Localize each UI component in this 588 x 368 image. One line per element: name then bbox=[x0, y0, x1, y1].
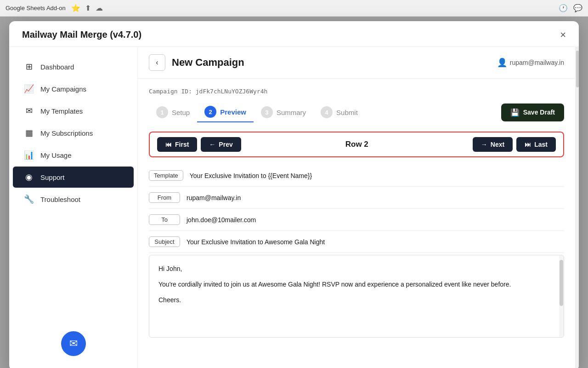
dashboard-icon: ⊞ bbox=[24, 62, 34, 72]
step-label-preview: Preview bbox=[220, 108, 246, 116]
browser-icons: ⭐ ⬆ ☁ bbox=[71, 4, 103, 12]
modal-header: Mailway Mail Merge (v4.7.0) × bbox=[9, 21, 579, 47]
content-header-left: ‹ New Campaign bbox=[149, 54, 244, 71]
modal: Mailway Mail Merge (v4.7.0) × ⊞ Dashboar… bbox=[9, 21, 579, 368]
sidebar-label-my-templates: My Templates bbox=[40, 107, 83, 115]
sidebar-item-my-campaigns[interactable]: 📈 My Campaigns bbox=[13, 78, 134, 99]
prev-icon: ← bbox=[209, 141, 215, 148]
sidebar-label-my-subscriptions: My Subscriptions bbox=[40, 129, 93, 137]
support-icon: ◉ bbox=[24, 172, 34, 182]
upload-icon[interactable]: ⬆ bbox=[85, 4, 91, 12]
email-line2: You're cordially invited to join us at A… bbox=[158, 279, 554, 290]
save-icon: 💾 bbox=[510, 108, 520, 117]
email-line3: Cheers. bbox=[158, 295, 554, 306]
next-button[interactable]: → Next bbox=[473, 137, 513, 152]
step-circle-preview: 2 bbox=[204, 106, 216, 118]
back-button[interactable]: ‹ bbox=[149, 54, 165, 71]
main-scrollbar[interactable] bbox=[575, 47, 579, 368]
main-content: ‹ New Campaign 👤 rupam@mailway.in Campai… bbox=[138, 47, 575, 368]
user-icon: 👤 bbox=[497, 58, 507, 68]
sidebar-label-support: Support bbox=[40, 173, 65, 181]
step-setup[interactable]: 1 Setup bbox=[149, 103, 197, 122]
close-button[interactable]: × bbox=[560, 30, 566, 40]
last-label: Last bbox=[534, 141, 548, 148]
usage-icon: 📊 bbox=[24, 150, 34, 160]
subject-field-row: Subject Your Exclusive Invitation to Awe… bbox=[149, 231, 564, 253]
last-button[interactable]: ⏭ Last bbox=[516, 137, 556, 152]
step-summary[interactable]: 3 Summary bbox=[254, 103, 313, 122]
to-field-row: To john.doe@10mailer.com bbox=[149, 209, 564, 231]
browser-bar: Google Sheets Add-on ⭐ ⬆ ☁ 🕐 💬 bbox=[0, 0, 588, 17]
template-field-row: Template Your Exclusive Invitation to {{… bbox=[149, 165, 564, 187]
step-circle-summary: 3 bbox=[261, 106, 273, 118]
first-label: First bbox=[175, 141, 189, 148]
sidebar-item-dashboard[interactable]: ⊞ Dashboard bbox=[13, 56, 134, 77]
modal-title: Mailway Mail Merge (v4.7.0) bbox=[22, 29, 141, 40]
sidebar-label-dashboard: Dashboard bbox=[40, 63, 74, 71]
sidebar-item-my-templates[interactable]: ✉ My Templates bbox=[13, 100, 134, 121]
save-draft-label: Save Draft bbox=[523, 109, 555, 116]
first-button[interactable]: ⏮ First bbox=[157, 137, 197, 152]
template-value: Your Exclusive Invitation to {{Event Nam… bbox=[190, 172, 312, 179]
user-email: rupam@mailway.in bbox=[510, 59, 564, 66]
prev-button[interactable]: ← Prev bbox=[201, 137, 241, 152]
templates-icon: ✉ bbox=[24, 106, 34, 116]
history-icon[interactable]: 🕐 bbox=[559, 4, 568, 12]
subject-badge: Subject bbox=[149, 236, 180, 247]
step-label-submit: Submit bbox=[336, 109, 358, 116]
step-preview[interactable]: 2 Preview bbox=[197, 102, 254, 122]
browser-title: Google Sheets Add-on bbox=[6, 5, 66, 12]
subject-value: Your Exclusive Invitation to Awesome Gal… bbox=[187, 238, 325, 246]
email-body: Hi John, You're cordially invited to joi… bbox=[149, 255, 564, 338]
user-info: 👤 rupam@mailway.in bbox=[497, 58, 564, 68]
back-icon: ‹ bbox=[156, 58, 158, 67]
sidebar-item-support[interactable]: ◉ Support bbox=[13, 167, 134, 188]
star-icon[interactable]: ⭐ bbox=[71, 4, 80, 12]
browser-right-icons: 🕐 💬 bbox=[559, 4, 582, 12]
sidebar-label-troubleshoot: Troubleshoot bbox=[40, 196, 80, 203]
row-indicator: Row 2 bbox=[241, 140, 473, 149]
from-field-row: From rupam@mailway.in bbox=[149, 187, 564, 209]
sidebar-label-my-campaigns: My Campaigns bbox=[40, 85, 86, 93]
step-submit[interactable]: 4 Submit bbox=[313, 103, 365, 122]
to-value: john.doe@10mailer.com bbox=[187, 216, 256, 224]
email-line1: Hi John, bbox=[158, 264, 554, 275]
main-scrollthumb bbox=[576, 51, 579, 87]
email-scrollthumb bbox=[560, 260, 563, 306]
campaigns-icon: 📈 bbox=[24, 84, 34, 94]
step-label-summary: Summary bbox=[277, 109, 306, 116]
campaign-id: Campaign ID: jdFk7chLNuYOZJ6Wyr4h bbox=[149, 88, 564, 95]
step-circle-setup: 1 bbox=[156, 106, 168, 118]
avatar: ✉ bbox=[61, 331, 86, 356]
chat-icon[interactable]: 💬 bbox=[573, 4, 582, 12]
steps-row: 1 Setup 2 Preview 3 bbox=[149, 102, 564, 122]
sidebar-item-my-usage[interactable]: 📊 My Usage bbox=[13, 144, 134, 166]
template-badge: Template bbox=[149, 170, 183, 181]
sidebar-item-my-subscriptions[interactable]: ▦ My Subscriptions bbox=[13, 122, 134, 144]
content-header: ‹ New Campaign 👤 rupam@mailway.in bbox=[138, 47, 575, 79]
content-inner: Campaign ID: jdFk7chLNuYOZJ6Wyr4h 1 Setu… bbox=[138, 79, 575, 368]
troubleshoot-icon: 🔧 bbox=[24, 194, 34, 204]
next-label: Next bbox=[491, 141, 504, 148]
sidebar-label-my-usage: My Usage bbox=[40, 151, 72, 159]
campaign-title: New Campaign bbox=[172, 57, 244, 69]
save-draft-button[interactable]: 💾 Save Draft bbox=[501, 104, 564, 121]
step-label-setup: Setup bbox=[172, 109, 190, 116]
cloud-icon[interactable]: ☁ bbox=[96, 4, 103, 12]
first-icon: ⏮ bbox=[165, 141, 172, 148]
step-circle-submit: 4 bbox=[321, 106, 333, 118]
from-badge: From bbox=[149, 192, 180, 203]
preview-nav-row: ⏮ First ← Prev Row 2 → Next bbox=[149, 132, 564, 157]
avatar-icon: ✉ bbox=[69, 338, 78, 350]
modal-overlay: Mailway Mail Merge (v4.7.0) × ⊞ Dashboar… bbox=[0, 17, 588, 368]
last-icon: ⏭ bbox=[525, 141, 531, 148]
next-icon: → bbox=[481, 141, 487, 148]
sidebar-item-troubleshoot[interactable]: 🔧 Troubleshoot bbox=[13, 189, 134, 210]
email-scrollbar[interactable] bbox=[559, 255, 564, 337]
to-badge: To bbox=[149, 214, 180, 225]
prev-label: Prev bbox=[219, 141, 232, 148]
modal-body: ⊞ Dashboard 📈 My Campaigns ✉ My Template… bbox=[9, 47, 579, 368]
sidebar: ⊞ Dashboard 📈 My Campaigns ✉ My Template… bbox=[9, 47, 138, 368]
subscriptions-icon: ▦ bbox=[24, 128, 34, 138]
from-value: rupam@mailway.in bbox=[187, 194, 241, 201]
